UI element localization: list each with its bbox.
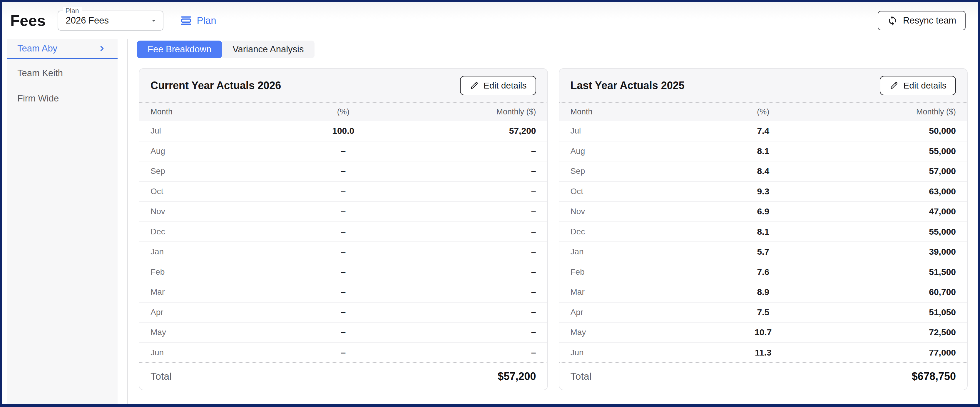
month-cell: Nov [151, 207, 279, 216]
percent-cell: 6.9 [699, 206, 827, 216]
amount-cell: – [407, 166, 536, 176]
table-row: Nov–– [139, 202, 547, 222]
sync-icon [887, 15, 898, 26]
pencil-icon [889, 81, 899, 90]
table-row: Aug–– [139, 142, 547, 162]
amount-cell: – [407, 307, 536, 317]
edit-details-button[interactable]: Edit details [460, 76, 536, 95]
month-cell: May [571, 327, 699, 337]
table-row: Sep–– [139, 161, 547, 182]
percent-cell: – [279, 206, 407, 216]
amount-cell: – [407, 327, 536, 337]
percent-cell: – [279, 187, 407, 196]
sidebar-item-label: Firm Wide [18, 93, 59, 104]
table-row: Nov6.947,000 [559, 202, 967, 222]
amount-cell: – [407, 267, 536, 277]
amount-cell: 50,000 [827, 126, 956, 136]
app-window: Fees Plan 2026 Fees Plan [0, 0, 980, 407]
table-column-headers: Month (%) Monthly ($) [139, 103, 547, 121]
month-cell: Jan [151, 247, 279, 257]
month-cell: Aug [571, 147, 699, 156]
sidebar: Team AbyTeam KeithFirm Wide [7, 39, 118, 404]
table-column-headers: Month (%) Monthly ($) [559, 103, 967, 121]
amount-cell: 51,050 [827, 307, 956, 317]
table-row: Feb7.651,500 [559, 262, 967, 283]
amount-cell: 57,000 [827, 166, 956, 176]
plan-icon [180, 14, 192, 27]
percent-cell: 11.3 [699, 348, 827, 358]
percent-cell: – [279, 307, 407, 317]
table-row: Oct–– [139, 182, 547, 202]
percent-cell: 8.1 [699, 146, 827, 156]
column-header-month: Month [151, 107, 279, 117]
total-value: $678,750 [912, 370, 956, 383]
amount-cell: – [407, 227, 536, 237]
plan-select[interactable]: Plan 2026 Fees [57, 11, 164, 30]
card-header: Current Year Actuals 2026 Edit details [139, 69, 547, 103]
amount-cell: 72,500 [827, 327, 956, 337]
percent-cell: – [279, 166, 407, 176]
resync-team-button[interactable]: Resync team [878, 11, 966, 30]
tables-area: Current Year Actuals 2026 Edit details M… [139, 68, 968, 390]
sidebar-item-label: Team Aby [18, 43, 57, 54]
table-row: Mar8.960,700 [559, 283, 967, 303]
amount-cell: 63,000 [827, 187, 956, 196]
tab-fee-breakdown[interactable]: Fee Breakdown [137, 41, 222, 58]
month-cell: Jun [571, 348, 699, 357]
sidebar-item-firm-wide[interactable]: Firm Wide [7, 88, 118, 109]
table-total-row: Total $57,200 [139, 362, 547, 389]
table-row: Apr7.551,050 [559, 303, 967, 323]
month-cell: Feb [151, 267, 279, 277]
sidebar-item-team-aby[interactable]: Team Aby [7, 39, 118, 59]
tab-bar: Fee BreakdownVariance Analysis [137, 41, 315, 58]
amount-cell: 39,000 [827, 247, 956, 257]
card-header: Last Year Actuals 2025 Edit details [559, 69, 967, 103]
amount-cell: 77,000 [827, 348, 956, 358]
card-title: Last Year Actuals 2025 [571, 80, 684, 92]
percent-cell: – [279, 227, 407, 237]
amount-cell: 47,000 [827, 206, 956, 216]
plan-link[interactable]: Plan [180, 14, 216, 27]
edit-details-button[interactable]: Edit details [880, 76, 956, 95]
percent-cell: – [279, 146, 407, 156]
amount-cell: – [407, 287, 536, 297]
percent-cell: 7.5 [699, 307, 827, 317]
amount-cell: 55,000 [827, 227, 956, 237]
table-row: Jan5.739,000 [559, 242, 967, 262]
month-cell: Dec [571, 227, 699, 236]
percent-cell: 7.4 [699, 126, 827, 136]
card-title: Current Year Actuals 2026 [151, 80, 281, 92]
percent-cell: 5.7 [699, 247, 827, 257]
column-header-monthly: Monthly ($) [407, 107, 536, 117]
percent-cell: – [279, 348, 407, 358]
table-row: Jul7.450,000 [559, 121, 967, 142]
percent-cell: 8.4 [699, 166, 827, 176]
month-cell: Mar [151, 287, 279, 297]
amount-cell: 51,500 [827, 267, 956, 277]
total-label: Total [571, 370, 592, 382]
table-rows: Jul100.057,200Aug––Sep––Oct––Nov––Dec––J… [139, 121, 547, 362]
percent-cell: – [279, 267, 407, 277]
amount-cell: 60,700 [827, 287, 956, 297]
month-cell: Apr [571, 308, 699, 317]
month-cell: Apr [151, 308, 279, 317]
amount-cell: – [407, 348, 536, 358]
table-row: Dec8.155,000 [559, 222, 967, 242]
month-cell: Aug [151, 147, 279, 156]
last-year-card: Last Year Actuals 2025 Edit details Mont… [559, 68, 968, 390]
table-row: Oct9.363,000 [559, 182, 967, 202]
column-header-month: Month [571, 107, 699, 117]
month-cell: Nov [571, 207, 699, 216]
month-cell: Jul [571, 126, 699, 136]
plan-select-value: 2026 Fees [66, 15, 109, 26]
table-row: Dec–– [139, 222, 547, 242]
month-cell: Jun [151, 348, 279, 357]
main-content: Fee BreakdownVariance Analysis Current Y… [128, 39, 978, 404]
table-row: May–– [139, 322, 547, 343]
table-row: Mar–– [139, 283, 547, 303]
tab-variance-analysis[interactable]: Variance Analysis [222, 41, 314, 58]
plan-select-label: Plan [63, 7, 82, 15]
percent-cell: – [279, 247, 407, 257]
header: Fees Plan 2026 Fees Plan [2, 2, 978, 39]
sidebar-item-team-keith[interactable]: Team Keith [7, 63, 118, 83]
